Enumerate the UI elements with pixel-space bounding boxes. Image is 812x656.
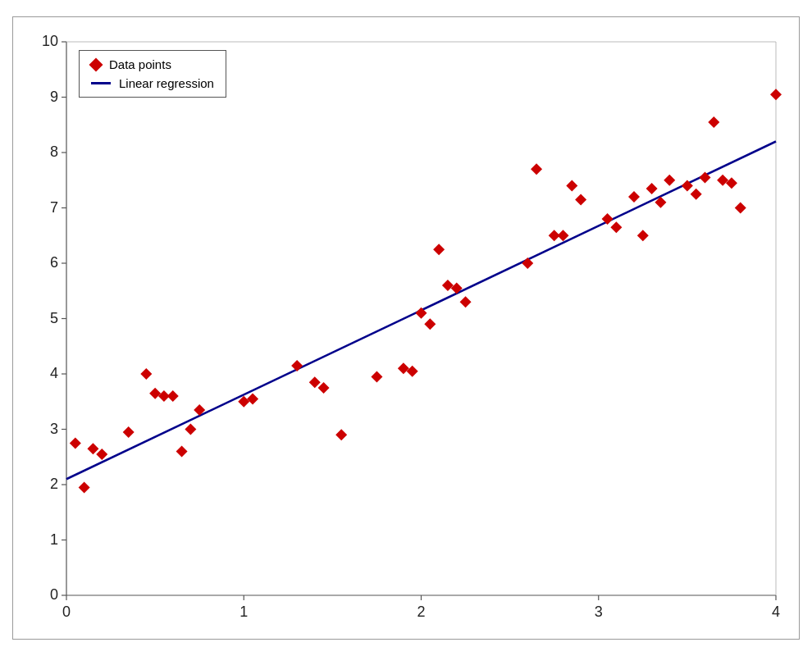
svg-text:2: 2: [417, 604, 425, 620]
svg-text:8: 8: [50, 144, 58, 160]
svg-text:0: 0: [50, 586, 58, 603]
legend-regression-label: Linear regression: [119, 76, 214, 90]
svg-text:10: 10: [42, 33, 58, 49]
svg-text:1: 1: [50, 531, 58, 548]
legend-item-regression: Linear regression: [91, 76, 214, 90]
legend-box: Data points Linear regression: [79, 50, 226, 98]
svg-text:9: 9: [50, 89, 58, 105]
svg-text:1: 1: [239, 604, 248, 620]
legend-line-icon: [91, 82, 111, 84]
svg-text:6: 6: [50, 254, 58, 271]
legend-diamond-icon: [89, 57, 103, 71]
svg-text:5: 5: [50, 310, 58, 326]
svg-text:4: 4: [772, 604, 780, 620]
svg-text:3: 3: [50, 421, 58, 437]
legend-data-points-label: Data points: [109, 57, 171, 71]
chart-svg: 01234567891001234: [13, 17, 799, 639]
svg-text:0: 0: [62, 604, 71, 620]
svg-text:3: 3: [595, 604, 603, 620]
svg-text:2: 2: [50, 476, 58, 492]
svg-text:4: 4: [50, 365, 58, 381]
legend-item-data-points: Data points: [91, 57, 214, 71]
svg-text:7: 7: [50, 199, 58, 216]
svg-rect-0: [13, 17, 799, 639]
chart-container: 01234567891001234 Data points Linear reg…: [12, 16, 800, 640]
